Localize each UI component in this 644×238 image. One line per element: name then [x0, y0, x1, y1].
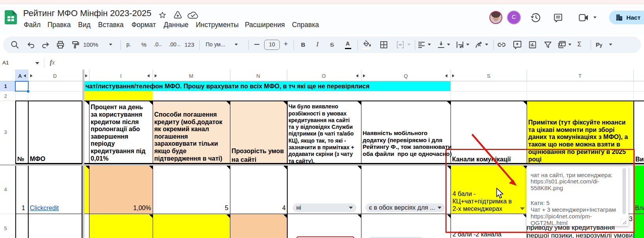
svg-text:A: A: [478, 42, 481, 47]
